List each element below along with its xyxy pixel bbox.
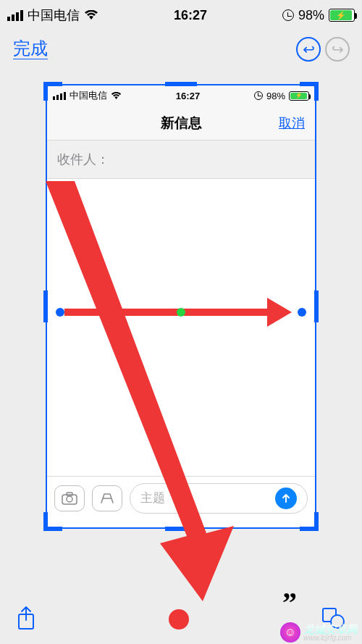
- crop-handle-tr[interactable]: [300, 82, 319, 101]
- crop-handle-top[interactable]: [165, 82, 197, 86]
- pen-color-button[interactable]: [169, 609, 189, 630]
- battery-icon: ⚡: [329, 9, 355, 22]
- redo-button: ↪: [323, 35, 352, 64]
- crop-frame[interactable]: 中国电信 16:27 98% ⚡ 新信息 取消 收件人：: [46, 84, 316, 529]
- crop-handle-bottom[interactable]: [165, 527, 197, 531]
- outer-status-bar: 中国电信 16:27 98% ⚡: [0, 0, 362, 30]
- crop-border[interactable]: [46, 84, 316, 529]
- quote-icon: ”: [282, 585, 297, 619]
- wifi-icon: [84, 10, 98, 20]
- battery-pct: 98%: [298, 8, 324, 23]
- alarm-icon: [282, 9, 294, 21]
- crop-handle-right[interactable]: [314, 290, 319, 322]
- watermark-line1: 龙城安卓网: [303, 624, 358, 635]
- crop-handle-bl[interactable]: [43, 512, 62, 531]
- watermark-line2: www.lcjrfg.com: [303, 635, 358, 642]
- clock-label: 16:27: [98, 8, 282, 23]
- done-button[interactable]: 完成: [13, 39, 48, 59]
- watermark-logo-icon: ☺: [280, 622, 300, 643]
- undo-button[interactable]: ↪: [294, 35, 323, 64]
- watermark: ☺ 龙城安卓网 www.lcjrfg.com: [280, 622, 358, 643]
- crop-handle-br[interactable]: [300, 512, 319, 531]
- crop-handle-tl[interactable]: [43, 82, 62, 101]
- crop-handle-left[interactable]: [43, 290, 48, 322]
- signal-icon: [7, 10, 23, 21]
- carrier-label: 中国电信: [28, 7, 80, 24]
- editor-toolbar: 完成 ↪ ↪: [0, 30, 362, 68]
- share-button[interactable]: [16, 606, 36, 633]
